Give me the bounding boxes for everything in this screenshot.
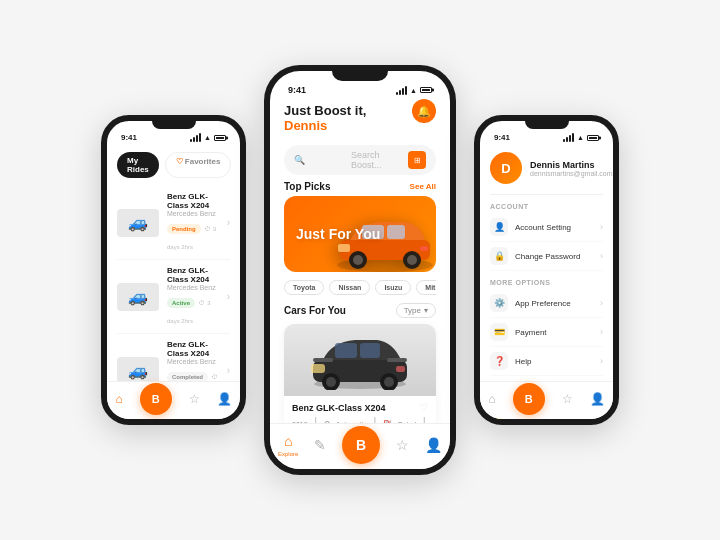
profile-icon-right: 👤: [590, 392, 605, 406]
car-thumbnail-1: 🚙: [117, 209, 159, 237]
car-name: Benz GLK-Class X204: [292, 403, 386, 413]
nav-fab-left[interactable]: B: [140, 383, 172, 415]
menu-app-preference[interactable]: ⚙️ App Preference ›: [490, 289, 603, 318]
search-bar[interactable]: 🔍 Search Boost... ⊞: [284, 145, 436, 175]
car-name-row: Benz GLK-Class X204 ♡: [292, 402, 428, 413]
brand-chips: Toyota Nissan Isuzu Mitsubishi: [284, 280, 436, 295]
signal-center: [396, 86, 407, 95]
battery-center: [420, 87, 432, 93]
greeting-name: Dennis: [284, 118, 366, 133]
tabs-row: My Rides ♡Favorites: [117, 152, 230, 178]
signal-right: [563, 133, 574, 142]
top-picks-header: Top Picks See All: [284, 181, 436, 192]
header-row: Just Boost it, Dennis 🔔: [284, 99, 436, 139]
nav-profile-center[interactable]: 👤: [425, 437, 442, 453]
tab-favorites[interactable]: ♡Favorites: [165, 152, 232, 178]
chevron-1: ›: [227, 217, 230, 228]
svg-rect-21: [387, 358, 407, 362]
brand-logo-right: B: [525, 393, 533, 405]
type-filter-button[interactable]: Type ▾: [396, 303, 436, 318]
edit-icon-center: ✎: [314, 437, 326, 453]
brand-chip-mitsubishi[interactable]: Mitsubishi: [416, 280, 436, 295]
status-icons-left: ▲: [190, 133, 226, 142]
time-left: 9:41: [121, 133, 137, 142]
top-picks-banner[interactable]: Just For You: [284, 196, 436, 272]
svg-rect-19: [396, 366, 405, 372]
payment-label: Payment: [515, 328, 593, 337]
nav-home-left[interactable]: ⌂: [115, 392, 122, 406]
svg-point-7: [407, 255, 417, 265]
profile-icon-left: 👤: [217, 392, 232, 406]
chevron-help: ›: [600, 356, 603, 366]
avatar: D: [490, 152, 522, 184]
brand-logo-center: B: [356, 437, 366, 453]
account-section-label: ACCOUNT: [490, 203, 603, 210]
svg-rect-9: [420, 246, 428, 251]
help-label: Help: [515, 357, 593, 366]
nav-favorites-center[interactable]: ☆: [396, 437, 409, 453]
bottom-nav-center: ⌂ Explore ✎ B ☆ 👤: [270, 423, 450, 469]
chevron-3: ›: [227, 365, 230, 376]
account-menu-section: ACCOUNT 👤 Account Setting › 🔒 Change Pas…: [490, 203, 603, 271]
home-icon-right: ⌂: [488, 392, 495, 406]
wifi-center: ▲: [410, 87, 417, 94]
svg-rect-20: [313, 358, 333, 362]
svg-point-5: [353, 255, 363, 265]
nav-fab-right[interactable]: B: [513, 383, 545, 415]
svg-point-15: [326, 377, 336, 387]
svg-rect-12: [335, 343, 357, 358]
nav-profile-right[interactable]: 👤: [590, 392, 605, 406]
app-preference-label: App Preference: [515, 299, 593, 308]
brand-chip-toyota[interactable]: Toyota: [284, 280, 324, 295]
tab-my-rides[interactable]: My Rides: [117, 152, 159, 178]
battery-left: [214, 135, 226, 141]
search-icon: 🔍: [294, 155, 345, 165]
signal-left: [190, 133, 201, 142]
change-password-label: Change Password: [515, 252, 593, 261]
brand-chip-isuzu[interactable]: Isuzu: [375, 280, 411, 295]
ride-card-2[interactable]: 🚙 Benz GLK-Class X204 Mercedes Benz Acti…: [117, 260, 230, 334]
chevron-pref: ›: [600, 298, 603, 308]
chevron-down-icon: ▾: [424, 306, 428, 315]
time-right: 9:41: [494, 133, 510, 142]
wifi-right: ▲: [577, 134, 584, 141]
star-icon-center: ☆: [396, 437, 409, 453]
menu-account-settings[interactable]: 👤 Account Setting ›: [490, 213, 603, 242]
nav-explore[interactable]: ⌂ Explore: [278, 433, 298, 457]
nav-favorites-left[interactable]: ☆: [189, 392, 200, 406]
nav-home-right[interactable]: ⌂: [488, 392, 495, 406]
nav-edit-center[interactable]: ✎: [314, 437, 326, 453]
notch-left: [152, 121, 196, 129]
star-icon-left: ☆: [189, 392, 200, 406]
see-all-button[interactable]: See All: [410, 182, 436, 191]
cars-header: Cars For You Type ▾: [284, 303, 436, 318]
notch-center: [332, 71, 388, 81]
profile-text: Dennis Martins dennismartins@gmail.com: [530, 160, 613, 177]
favorite-button[interactable]: ♡: [419, 402, 428, 413]
brand-chip-nissan[interactable]: Nissan: [329, 280, 370, 295]
menu-payment[interactable]: 💳 Payment ›: [490, 318, 603, 347]
status-badge-2: Active: [167, 298, 195, 308]
menu-change-password[interactable]: 🔒 Change Password ›: [490, 242, 603, 271]
help-icon: ❓: [490, 352, 508, 370]
chevron-password: ›: [600, 251, 603, 261]
car-listing-image: [284, 324, 436, 396]
explore-icon: ⌂: [284, 433, 292, 449]
nav-favorites-right[interactable]: ☆: [562, 392, 573, 406]
notification-button[interactable]: 🔔: [412, 99, 436, 123]
svg-rect-3: [387, 225, 405, 239]
nav-fab-center[interactable]: B: [342, 426, 380, 464]
notch-right: [525, 121, 569, 129]
payment-icon: 💳: [490, 323, 508, 341]
filter-button[interactable]: ⊞: [408, 151, 426, 169]
ride-card-1[interactable]: 🚙 Benz GLK-Class X204 Mercedes Benz Pend…: [117, 186, 230, 260]
menu-help[interactable]: ❓ Help ›: [490, 347, 603, 376]
home-icon: ⌂: [115, 392, 122, 406]
search-placeholder: Search Boost...: [351, 150, 402, 170]
status-icons-center: ▲: [396, 86, 432, 95]
status-badge-1: Pending: [167, 224, 201, 234]
center-phone: 9:41 ▲ Just Boost it, Dennis 🔔 🔍 Search …: [264, 65, 456, 475]
nav-profile-left[interactable]: 👤: [217, 392, 232, 406]
star-icon-right: ☆: [562, 392, 573, 406]
svg-point-17: [384, 377, 394, 387]
